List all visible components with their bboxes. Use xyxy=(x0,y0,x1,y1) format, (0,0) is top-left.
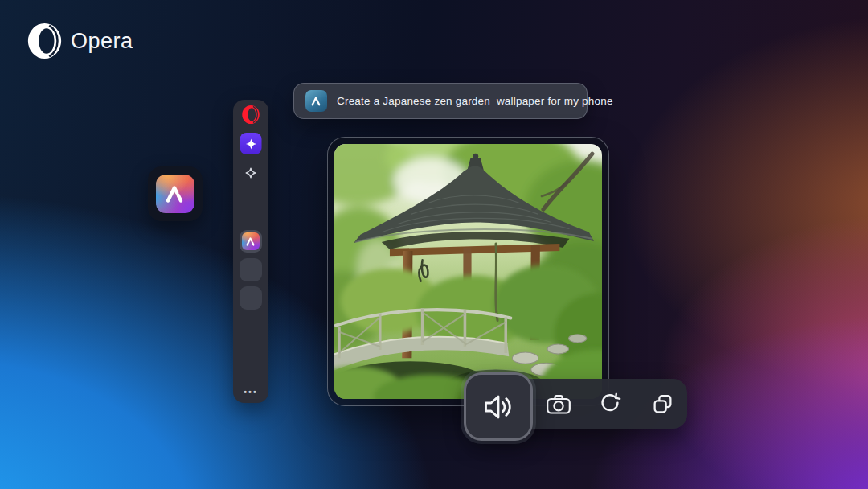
aria-app-icon-large[interactable] xyxy=(148,166,203,221)
aria-icon-small xyxy=(242,232,260,250)
aria-thumbnail-icon xyxy=(305,90,327,112)
speaker-icon xyxy=(481,391,516,423)
browser-sidebar: ••• xyxy=(233,100,268,403)
copy-button[interactable] xyxy=(646,388,678,420)
copy-icon xyxy=(652,393,674,415)
aria-command-button[interactable] xyxy=(240,133,262,154)
opera-menu-button[interactable] xyxy=(241,105,260,125)
camera-icon xyxy=(546,393,571,415)
sidebar-item-placeholder[interactable] xyxy=(240,258,262,281)
regenerate-button[interactable] xyxy=(594,388,626,420)
aria-a-glyph xyxy=(164,183,186,205)
aria-a-glyph xyxy=(310,96,322,107)
aria-a-glyph xyxy=(245,236,256,247)
sidebar-item-aria[interactable] xyxy=(240,230,262,253)
prompt-text: Create a Japanese zen garden wallpaper f… xyxy=(337,95,613,107)
zen-garden-illustration xyxy=(334,144,602,399)
brand-wordmark: Opera xyxy=(71,29,133,54)
opera-aria-promo-screen: Opera xyxy=(0,0,868,489)
aria-icon xyxy=(156,175,194,213)
prompt-bubble[interactable]: Create a Japanese zen garden wallpaper f… xyxy=(293,83,588,119)
read-aloud-button[interactable] xyxy=(464,372,533,441)
sparkle-icon xyxy=(245,138,256,150)
refresh-icon xyxy=(599,392,621,415)
camera-button[interactable] xyxy=(542,388,575,420)
generated-image-card xyxy=(327,137,609,406)
sidebar-item-placeholder[interactable] xyxy=(240,286,262,310)
zen-garden-image[interactable] xyxy=(334,144,602,399)
sparkle-outline-icon[interactable] xyxy=(245,167,256,179)
opera-logo-icon xyxy=(26,22,63,60)
sidebar-more-button[interactable]: ••• xyxy=(244,387,258,397)
opera-brand: Opera xyxy=(26,22,133,60)
